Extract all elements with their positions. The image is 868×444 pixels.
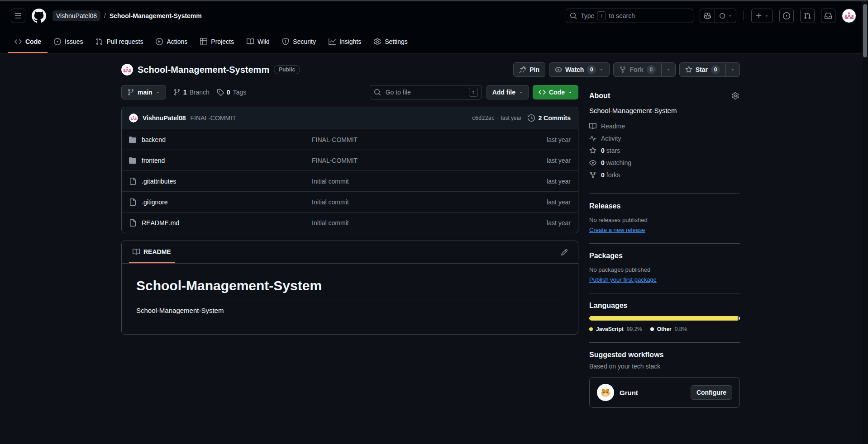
language-segment[interactable]: [739, 316, 740, 321]
fork-dropdown-button[interactable]: [662, 62, 676, 77]
packages-empty-text: No packages published: [589, 266, 740, 273]
branch-tag-links: 1 Branch 0 Tags: [173, 89, 247, 96]
code-download-button[interactable]: Code: [533, 85, 578, 99]
branch-icon: [173, 89, 181, 96]
file-commit-message[interactable]: FINAL-COMMIT: [312, 157, 521, 164]
inbox-button[interactable]: [821, 9, 835, 23]
repo-owner-avatar[interactable]: [121, 64, 133, 76]
language-segment[interactable]: [589, 316, 738, 321]
repo-header: School-Management-Systemm Public Pin Wat…: [0, 53, 868, 85]
repo-tab[interactable]: Wiki: [240, 30, 276, 53]
tags-link[interactable]: 0 Tags: [217, 89, 246, 96]
chevron-down-icon: [599, 67, 604, 72]
user-avatar[interactable]: [842, 9, 856, 23]
tag-icon: [217, 89, 224, 96]
language-item[interactable]: Other 0.8%: [650, 326, 687, 332]
readme-tab[interactable]: README: [129, 241, 175, 263]
chevron-down-icon: [156, 90, 160, 94]
repo-tab[interactable]: Security: [276, 30, 322, 53]
create-release-link[interactable]: Create a new release: [589, 227, 645, 233]
scrollbar-thumb[interactable]: [863, 4, 867, 57]
configure-workflow-button[interactable]: Configure: [691, 385, 732, 400]
branch-selector[interactable]: main: [121, 85, 166, 99]
about-item[interactable]: 0 stars: [589, 147, 740, 154]
repo-title-group: School-Management-Systemm Public: [121, 64, 300, 76]
book-icon: [133, 248, 140, 255]
hamburger-menu-button[interactable]: [11, 9, 25, 23]
repo-tab[interactable]: Insights: [322, 30, 367, 53]
repo-actions: Pin Watch 0 Fork 0 Star 0: [513, 62, 740, 77]
github-logo-icon[interactable]: [32, 9, 46, 23]
code-icon: [539, 89, 546, 96]
global-search-input[interactable]: Type / to search: [566, 9, 693, 23]
repo-tab[interactable]: Actions: [149, 30, 194, 53]
branches-link[interactable]: 1 Branch: [173, 89, 210, 96]
repo-tab[interactable]: Code: [8, 30, 48, 53]
page-scrollbar[interactable]: [862, 1, 868, 444]
file-commit-message[interactable]: Initial commit: [312, 178, 521, 185]
file-name-link[interactable]: README.md: [142, 219, 179, 227]
navbar-divider: [744, 11, 744, 20]
repo-name[interactable]: School-Management-Systemm: [138, 65, 269, 75]
about-item[interactable]: Readme: [589, 123, 740, 130]
file-name-link[interactable]: frontend: [142, 157, 165, 164]
workflows-subtitle: Based on your tech stack: [589, 363, 740, 370]
repo-tab[interactable]: Projects: [194, 30, 240, 53]
publish-package-link[interactable]: Publish your first package: [589, 276, 657, 283]
pin-button[interactable]: Pin: [513, 62, 545, 77]
file-row[interactable]: backend FINAL-COMMIT last year: [122, 129, 578, 150]
about-item[interactable]: 0 watching: [589, 159, 740, 166]
watch-button[interactable]: Watch 0: [549, 62, 610, 77]
copilot-menu-button[interactable]: [715, 9, 736, 23]
breadcrumb-repo[interactable]: School-Management-Systemm: [110, 12, 202, 19]
add-file-button[interactable]: Add file: [486, 85, 529, 99]
repo-tab[interactable]: Issues: [48, 30, 89, 53]
file-commit-time: last year: [521, 178, 571, 185]
edit-readme-button[interactable]: [558, 246, 571, 258]
file-name-link[interactable]: backend: [142, 136, 166, 143]
fork-button-group: Fork 0: [613, 62, 675, 77]
file-row[interactable]: README.md Initial commit last year: [122, 212, 578, 233]
file-row[interactable]: .gitignore Initial commit last year: [122, 191, 578, 212]
readme-header: README: [122, 241, 578, 264]
language-item[interactable]: JavaScript 99.2%: [589, 326, 642, 332]
search-placeholder: Type / to search: [581, 11, 635, 20]
about-item[interactable]: 0 forks: [589, 171, 740, 179]
commit-sha: c6d22ac: [472, 115, 495, 121]
go-to-file-input[interactable]: [385, 88, 465, 96]
visibility-badge: Public: [274, 65, 300, 74]
star-dropdown-button[interactable]: [726, 62, 740, 77]
file-row[interactable]: frontend FINAL-COMMIT last year: [122, 150, 578, 170]
file-name-link[interactable]: .gitignore: [142, 198, 168, 206]
commit-history-link[interactable]: 2 Commits: [528, 114, 571, 122]
create-new-button[interactable]: [751, 9, 773, 23]
about-item[interactable]: Activity: [589, 135, 740, 142]
file-icon: [129, 219, 136, 227]
repo-tab[interactable]: Settings: [367, 30, 414, 53]
repo-tab[interactable]: Pull requests: [89, 30, 149, 53]
about-title: About: [589, 92, 610, 100]
file-row[interactable]: .gitattributes Initial commit last year: [122, 170, 578, 191]
about-settings-button[interactable]: [731, 91, 740, 100]
star-button[interactable]: Star 0: [679, 62, 726, 77]
file-name-link[interactable]: .gitattributes: [142, 178, 176, 185]
commit-author-avatar[interactable]: [129, 113, 138, 123]
play-icon: [156, 38, 163, 45]
file-commit-message[interactable]: Initial commit: [312, 219, 521, 227]
packages-title: Packages: [589, 252, 623, 260]
breadcrumb-separator: /: [104, 12, 106, 19]
fork-icon: [619, 66, 626, 73]
star-button-group: Star 0: [679, 62, 740, 77]
commit-sha-line[interactable]: c6d22ac · last year: [472, 115, 521, 121]
pull-requests-dashboard-button[interactable]: [800, 9, 815, 23]
pulse-icon: [589, 135, 596, 142]
copilot-button[interactable]: [700, 9, 715, 23]
commit-author[interactable]: VishnuPatel08: [143, 114, 186, 122]
issues-dashboard-button[interactable]: [779, 9, 794, 23]
breadcrumb-owner[interactable]: VishnuPatel08: [52, 10, 100, 21]
fork-button[interactable]: Fork 0: [613, 62, 661, 77]
table-icon: [200, 38, 207, 45]
file-commit-message[interactable]: FINAL-COMMIT: [312, 136, 521, 143]
commit-message[interactable]: FINAL-COMMIT: [190, 114, 236, 122]
file-commit-message[interactable]: Initial commit: [312, 198, 521, 206]
